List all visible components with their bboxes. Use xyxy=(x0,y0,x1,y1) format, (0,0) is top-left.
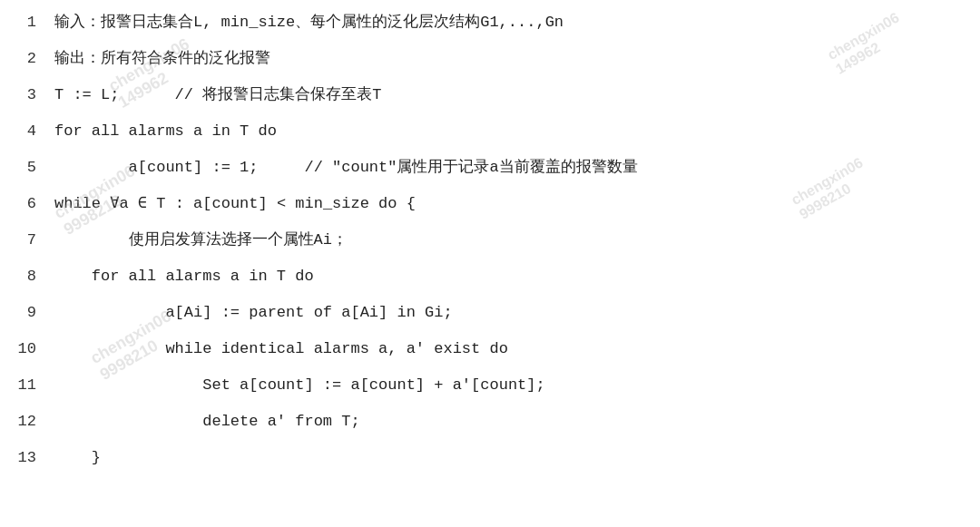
line-number-11: 11 xyxy=(0,376,54,394)
line-number-2: 2 xyxy=(0,50,54,67)
code-container: chengxin06149962 chengxin06149962 chengx… xyxy=(0,0,980,527)
line-number-7: 7 xyxy=(0,231,54,249)
line-content-3: T := L; // 将报警日志集合保存至表T xyxy=(54,83,980,107)
code-line-6: 6 while ∀a ∈ T : a[count] < min_size do … xyxy=(0,190,980,227)
code-line-11: 11 Set a[count] := a[count] + a'[count]; xyxy=(0,372,980,408)
code-line-12: 12 delete a' from T; xyxy=(0,408,980,444)
line-content-12: delete a' from T; xyxy=(54,410,980,434)
line-number-4: 4 xyxy=(0,122,54,140)
line-number-5: 5 xyxy=(0,159,54,176)
line-content-8: for all alarms a in T do xyxy=(54,265,980,288)
code-line-9: 9 a[Ai] := parent of a[Ai] in Gi; xyxy=(0,299,980,336)
code-line-2: 2 输出：所有符合条件的泛化报警 xyxy=(0,45,980,82)
line-content-5: a[count] := 1; // "count"属性用于记录a当前覆盖的报警数… xyxy=(54,156,980,180)
line-number-12: 12 xyxy=(0,413,54,430)
line-content-10: while identical alarms a, a' exist do xyxy=(54,337,980,361)
line-content-11: Set a[count] := a[count] + a'[count]; xyxy=(54,374,980,397)
code-line-4: 4 for all alarms a in T do xyxy=(0,118,980,154)
line-number-8: 8 xyxy=(0,268,54,285)
code-line-7: 7 使用启发算法选择一个属性Ai； xyxy=(0,227,980,263)
line-number-1: 1 xyxy=(0,14,54,31)
code-line-10: 10 while identical alarms a, a' exist do xyxy=(0,336,980,372)
line-content-6: while ∀a ∈ T : a[count] < min_size do { xyxy=(54,192,980,216)
line-content-7: 使用启发算法选择一个属性Ai； xyxy=(54,229,980,252)
line-content-9: a[Ai] := parent of a[Ai] in Gi; xyxy=(54,301,980,325)
code-line-3: 3 T := L; // 将报警日志集合保存至表T xyxy=(0,82,980,118)
line-number-13: 13 xyxy=(0,449,54,466)
line-content-13: } xyxy=(54,446,980,470)
line-number-9: 9 xyxy=(0,304,54,321)
code-line-5: 5 a[count] := 1; // "count"属性用于记录a当前覆盖的报… xyxy=(0,154,980,190)
line-number-10: 10 xyxy=(0,340,54,357)
line-content-2: 输出：所有符合条件的泛化报警 xyxy=(54,47,980,71)
line-number-3: 3 xyxy=(0,86,54,103)
code-line-8: 8 for all alarms a in T do xyxy=(0,263,980,299)
code-line-1: 1 输入：报警日志集合L, min_size、每个属性的泛化层次结构G1,...… xyxy=(0,9,980,45)
line-number-6: 6 xyxy=(0,195,54,212)
code-line-13: 13 } xyxy=(0,444,980,481)
line-content-4: for all alarms a in T do xyxy=(54,120,980,143)
line-content-1: 输入：报警日志集合L, min_size、每个属性的泛化层次结构G1,...,G… xyxy=(54,11,980,34)
